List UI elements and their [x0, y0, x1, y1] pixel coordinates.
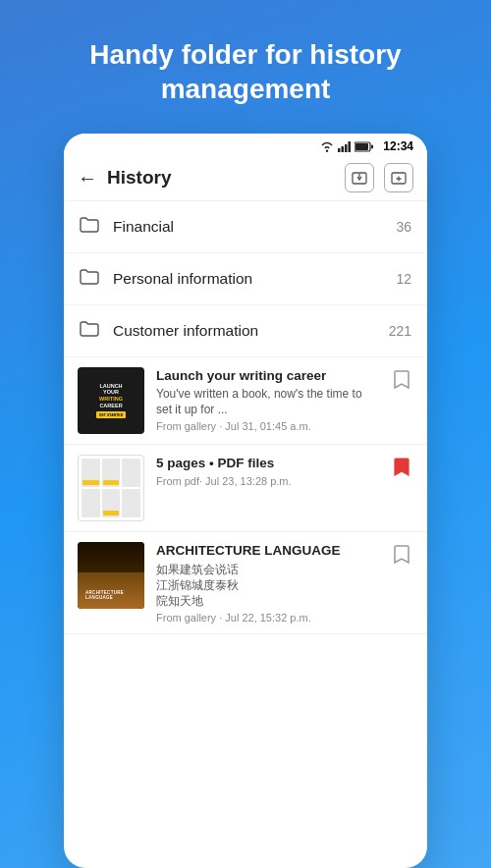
history-items: LAUNCHYOURWRITINGCAREER GET STARTED Laun…	[64, 357, 427, 634]
folder-name-personal: Personal information	[113, 270, 396, 288]
svg-rect-2	[345, 144, 348, 152]
item-content-0: Launch your writing career You've writte…	[156, 367, 378, 432]
item-meta-0: From gallery · Jul 31, 01:45 a.m.	[156, 420, 378, 432]
svg-rect-3	[349, 141, 352, 152]
item-meta-1: From pdf· Jul 23, 13:28 p.m.	[156, 475, 378, 487]
bookmark-filled-icon-1	[393, 457, 410, 478]
bookmark-button-1[interactable]	[390, 455, 413, 478]
status-bar: 12:34	[64, 134, 427, 155]
top-bar-actions	[345, 163, 413, 192]
folder-count-financial: 36	[396, 219, 411, 235]
bookmark-folder-icon	[352, 170, 367, 186]
item-title-0: Launch your writing career	[156, 367, 378, 385]
back-button[interactable]: ←	[78, 167, 97, 190]
bookmark-button-0[interactable]	[390, 367, 413, 391]
folder-item-financial[interactable]: Financial 36	[64, 201, 427, 253]
battery-icon	[355, 141, 374, 152]
item-title-2: ARCHITECTURE LANGUAGE	[156, 542, 378, 560]
item-content-2: ARCHITECTURE LANGUAGE 如果建筑会说话 江浙锦城度泰秋 院知…	[156, 542, 378, 624]
folder-item-personal[interactable]: Personal information 12	[64, 253, 427, 305]
item-desc-0: You've written a book, now's the time to…	[156, 386, 378, 417]
item-content-1: 5 pages • PDF files From pdf· Jul 23, 13…	[156, 455, 378, 487]
add-folder-icon	[391, 170, 407, 186]
page-title: History	[107, 167, 345, 189]
history-item-0[interactable]: LAUNCHYOURWRITINGCAREER GET STARTED Laun…	[64, 357, 427, 445]
signal-icon	[338, 141, 351, 152]
phone-frame: 12:34 ← History	[64, 134, 427, 868]
folder-icon-financial	[80, 216, 99, 238]
folder-item-customer[interactable]: Customer information 221	[64, 305, 427, 357]
item-meta-2: From gallery · Jul 22, 15:32 p.m.	[156, 612, 378, 624]
folder-icon-customer	[80, 320, 99, 342]
status-time: 12:34	[383, 139, 413, 153]
launch-cta: GET STARTED	[96, 411, 126, 418]
history-item-2[interactable]: ARCHITECTURELANGUAGE ARCHITECTURE LANGUA…	[64, 532, 427, 634]
bookmark-empty-icon-0	[393, 369, 410, 391]
svg-rect-0	[338, 148, 341, 152]
svg-rect-6	[355, 143, 368, 150]
top-bar: ← History	[64, 155, 427, 201]
folder-list: Financial 36 Personal information 12 Cus…	[64, 201, 427, 357]
folder-name-financial: Financial	[113, 218, 396, 236]
folder-count-customer: 221	[389, 323, 411, 339]
bookmark-empty-icon-2	[393, 544, 410, 566]
svg-rect-5	[371, 144, 373, 148]
svg-rect-1	[342, 146, 345, 152]
folder-name-customer: Customer information	[113, 322, 389, 340]
thumbnail-arch: ARCHITECTURELANGUAGE	[78, 542, 144, 609]
add-folder-button[interactable]	[384, 163, 413, 192]
folder-count-personal: 12	[396, 271, 411, 287]
bookmark-folder-button[interactable]	[345, 163, 374, 192]
status-icons	[320, 141, 374, 152]
thumbnail-pdf	[78, 455, 144, 521]
item-desc-2: 如果建筑会说话 江浙锦城度泰秋 院知天地	[156, 562, 378, 610]
history-item-1[interactable]: 5 pages • PDF files From pdf· Jul 23, 13…	[64, 445, 427, 532]
item-title-1: 5 pages • PDF files	[156, 455, 378, 472]
thumbnail-launch: LAUNCHYOURWRITINGCAREER GET STARTED	[78, 367, 144, 434]
wifi-icon	[320, 141, 334, 152]
folder-icon-personal	[80, 268, 99, 290]
bookmark-button-2[interactable]	[390, 542, 413, 566]
hero-title: Handy folder for history management	[0, 0, 491, 134]
